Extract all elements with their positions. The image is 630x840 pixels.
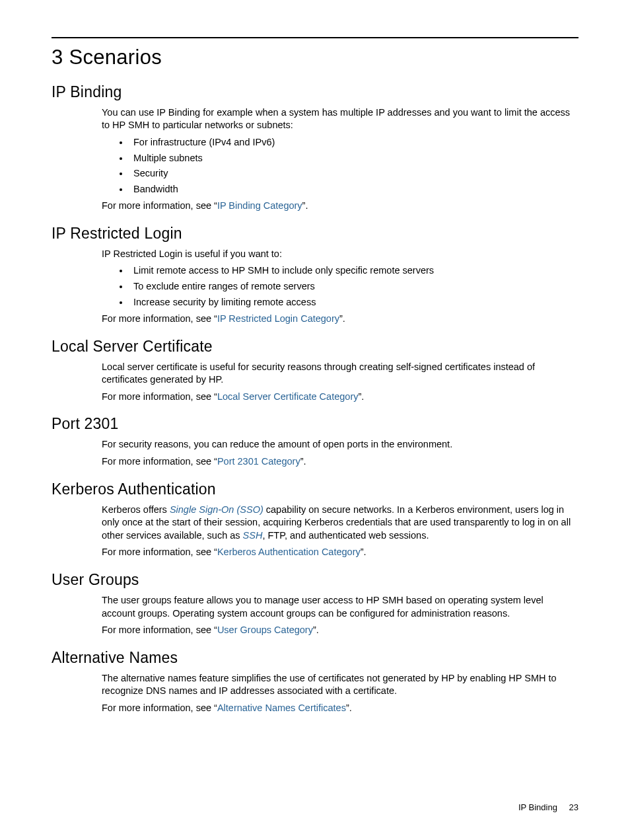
more-info: For more information, see User Groups Ca… [102,624,578,637]
footer-section-label: IP Binding [518,802,557,812]
text: For more information, see [102,391,214,402]
heading-ip-restricted-login: IP Restricted Login [52,223,578,244]
link-alternative-names-certificates[interactable]: Alternative Names Certificates [217,703,346,713]
link-user-groups-category[interactable]: User Groups Category [217,625,313,635]
text: . [303,456,306,467]
section-local-server-certificate: Local server certificate is useful for s… [102,361,578,404]
text: For more information, see [102,703,214,713]
list-item: Increase security by limiting remote acc… [129,296,578,309]
text: Kerberos offers [102,504,170,515]
list-item: Multiple subnets [129,152,578,165]
section-alternative-names: The alternative names feature simplifies… [102,672,578,715]
section-user-groups: The user groups feature allows you to ma… [102,594,578,637]
link-port-2301-category[interactable]: Port 2301 Category [217,456,300,467]
paragraph: Local server certificate is useful for s… [102,361,578,387]
heading-user-groups: User Groups [52,570,578,590]
more-info: For more information, see Alternative Na… [102,702,578,715]
text: For more information, see [102,625,214,635]
text: . [361,391,364,402]
heading-local-server-certificate: Local Server Certificate [52,336,578,357]
paragraph: Kerberos offers Single Sign-On (SSO) cap… [102,504,578,543]
text: . [343,313,345,324]
section-ip-binding: You can use IP Binding for example when … [102,106,578,213]
heading-kerberos-authentication: Kerberos Authentication [52,479,578,500]
heading-port-2301: Port 2301 [52,414,578,434]
more-info: For more information, see Port 2301 Cate… [102,455,578,469]
link-single-sign-on[interactable]: Single Sign-On (SSO) [170,504,263,515]
list-item: Security [129,167,578,180]
more-info: For more information, see IP Restricted … [102,313,578,326]
heading-alternative-names: Alternative Names [52,648,578,668]
chapter-title: 3 Scenarios [52,44,578,71]
list-item: To exclude entire ranges of remote serve… [129,280,578,293]
page-footer: IP Binding 23 [518,802,578,814]
paragraph: You can use IP Binding for example when … [102,106,578,132]
paragraph: IP Restricted Login is useful if you wan… [102,248,578,261]
more-info: For more information, see IP Binding Cat… [102,200,578,213]
bullet-list: Limit remote access to HP SMH to include… [102,264,578,309]
link-local-server-certificate-category[interactable]: Local Server Certificate Category [217,391,359,402]
bullet-list: For infrastructure (IPv4 and IPv6) Multi… [102,136,578,196]
page-number: 23 [569,802,578,812]
link-ssh[interactable]: SSH [243,530,263,541]
text: For more information, see [102,200,214,211]
link-ip-binding-category[interactable]: IP Binding Category [217,200,302,211]
text: . [364,547,367,557]
top-rule [52,37,578,38]
text: , FTP, and authenticated web sessions. [262,530,429,541]
link-ip-restricted-login-category[interactable]: IP Restricted Login Category [217,313,339,324]
section-kerberos-authentication: Kerberos offers Single Sign-On (SSO) cap… [102,504,578,559]
link-kerberos-authentication-category[interactable]: Kerberos Authentication Category [217,547,361,557]
text: . [349,703,352,713]
paragraph: For security reasons, you can reduce the… [102,438,578,451]
section-port-2301: For security reasons, you can reduce the… [102,438,578,468]
paragraph: The user groups feature allows you to ma… [102,594,578,620]
more-info: For more information, see Local Server C… [102,391,578,404]
more-info: For more information, see Kerberos Authe… [102,546,578,559]
heading-ip-binding: IP Binding [52,82,578,102]
paragraph: The alternative names feature simplifies… [102,672,578,698]
text: . [316,625,319,635]
text: For more information, see [102,313,214,324]
section-ip-restricted-login: IP Restricted Login is useful if you wan… [102,248,578,326]
text: For more information, see [102,456,214,467]
page: 3 Scenarios IP Binding You can use IP Bi… [0,0,630,840]
list-item: Bandwidth [129,183,578,196]
list-item: Limit remote access to HP SMH to include… [129,264,578,278]
text: For more information, see [102,547,214,557]
list-item: For infrastructure (IPv4 and IPv6) [129,136,578,149]
text: . [305,200,308,211]
